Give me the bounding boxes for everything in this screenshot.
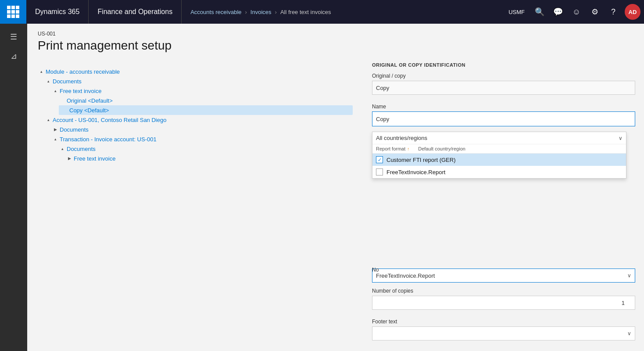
tree-label-fti2[interactable]: Free text invoice [74,155,115,162]
avatar[interactable]: AD [625,4,640,20]
report-format-value: FreeTextInvoice.Report [376,272,435,279]
dropdown-column-headers: Report format ↑ Default country/region [372,144,626,154]
no-label: No [372,267,635,273]
tree-label-docs3[interactable]: Documents [67,146,96,152]
dropdown-filter-row: ∨ [372,132,626,144]
grid-icon [7,6,19,18]
original-copy-field: Original / copy [372,73,635,100]
toggle-icon-fti: ▴ [52,87,59,94]
settings-button[interactable]: ⚙ [586,3,604,21]
tree-item-documents-2[interactable]: ▶ Documents [52,125,353,134]
tree-item-copy[interactable]: Copy <Default> [59,105,353,115]
help-button[interactable]: ? [605,3,622,21]
tree-label-docs1[interactable]: Documents [53,78,82,85]
checkbox-checked-icon: ✓ [376,156,383,163]
tree-item-documents-1[interactable]: ▴ Documents [45,76,353,86]
tree-label-fti[interactable]: Free text invoice [60,88,101,94]
topbar: Dynamics 365 Finance and Operations Acco… [0,0,644,24]
footer-text-input-row: ∨ [372,326,635,340]
name-label: Name [372,104,635,110]
module-label: Finance and Operations [89,0,182,24]
toggle-icon-docs2: ▶ [52,126,59,133]
filter-icon[interactable]: ⊿ [5,47,22,65]
dropdown-area: Sus ∨ Report format ↑ [372,132,635,146]
report-format-dropdown[interactable]: ∨ Report format ↑ Default country/region [372,132,626,179]
right-panel: ORIGINAL OR COPY IDENTIFICATION Original… [363,58,644,346]
report-format-col-label: Report format [376,146,405,151]
topbar-right: USMF 🔍 💬 ☺ ⚙ ? AD [503,3,644,21]
env-label: USMF [503,9,530,15]
tree-item-original[interactable]: Original <Default> [59,96,353,105]
name-input[interactable] [372,112,635,126]
tree-item-transaction[interactable]: ▴ Transaction - Invoice account: US-001 [52,134,353,144]
tree-label-transaction[interactable]: Transaction - Invoice account: US-001 [60,136,157,143]
tree-label-copy[interactable]: Copy <Default> [69,107,109,114]
sort-arrow-icon: ↑ [407,147,409,151]
tree-label-module[interactable]: Module - accounts receivable [46,68,120,75]
apps-button[interactable] [0,0,26,24]
breadcrumb-item-3: All free text invoices [280,9,331,15]
dropdown-filter-input[interactable] [376,135,619,141]
page-header: US-001 Print management setup [27,24,644,58]
checkbox-empty-icon [376,168,383,176]
report-format-header[interactable]: Report format ↑ [376,146,409,151]
toggle-icon-fti2: ▶ [66,155,73,162]
name-field: Name [372,104,635,126]
dropdown-list: ✓ Customer FTI report (GER) FreeTextInvo… [372,154,626,178]
dropdown-item-0[interactable]: ✓ Customer FTI report (GER) [372,154,626,166]
toggle-icon-account: ▴ [45,116,52,123]
name-input-container [372,111,635,126]
dropdown-item-1[interactable]: FreeTextInvoice.Report [372,166,626,178]
number-of-copies-label: Number of copies [372,288,635,294]
tree-item-account[interactable]: ▴ Account - US-001, Contoso Retail San D… [45,115,353,125]
content-area: ▴ Module - accounts receivable ▴ Documen… [27,58,644,346]
tree-label-account[interactable]: Account - US-001, Contoso Retail San Die… [53,117,166,123]
tree-label-docs2[interactable]: Documents [60,126,89,133]
tree-item-documents-3[interactable]: ▴ Documents [59,144,353,154]
main-content: US-001 Print management setup ▴ Module -… [27,24,644,351]
breadcrumb-sep-2: › [275,9,277,15]
hamburger-icon[interactable]: ☰ [5,28,22,46]
tree-item-fti[interactable]: ▴ Free text invoice [52,86,353,96]
dropdown-item-label-0: Customer FTI report (GER) [386,157,455,163]
tree-label-original[interactable]: Original <Default> [67,97,113,104]
section-title: ORIGINAL OR COPY IDENTIFICATION [372,62,635,68]
toggle-icon-module: ▴ [38,68,45,75]
toggle-icon-original [59,97,66,104]
search-button[interactable]: 🔍 [531,3,548,21]
left-sidebar: ☰ ⊿ [0,24,27,351]
footer-text-label: Footer text [372,319,635,325]
page-title: Print management setup [38,39,633,53]
d365-label[interactable]: Dynamics 365 [26,0,89,24]
breadcrumb-sep-1: › [245,9,247,15]
footer-chevron-icon: ∨ [624,330,635,337]
breadcrumb: Accounts receivable › Invoices › All fre… [182,9,503,15]
default-country-col-label: Default country/region [418,146,465,151]
report-format-chevron-icon: ∨ [627,272,631,279]
toggle-icon-transaction: ▴ [52,136,59,143]
toggle-icon-docs1: ▴ [45,78,52,85]
breadcrumb-item-1[interactable]: Accounts receivable [190,9,241,15]
number-of-copies-field: Number of copies [372,288,635,315]
tree-panel: ▴ Module - accounts receivable ▴ Documen… [27,58,363,346]
breadcrumb-item-2[interactable]: Invoices [250,9,272,15]
number-of-copies-input[interactable] [372,296,635,310]
chat-button[interactable]: 💬 [549,3,567,21]
tree-item-fti2[interactable]: ▶ Free text invoice [66,154,353,163]
toggle-icon-docs3: ▴ [59,145,66,152]
original-copy-label: Original / copy [372,73,635,79]
page-subtitle: US-001 [38,31,633,37]
tree-item-module[interactable]: ▴ Module - accounts receivable [38,67,353,76]
smiley-button[interactable]: ☺ [568,3,585,21]
dropdown-chevron-icon: ∨ [619,135,623,141]
toggle-icon-copy [61,107,68,114]
default-country-header[interactable]: Default country/region [418,146,465,151]
footer-text-field: Footer text ∨ [372,319,635,340]
original-copy-input[interactable] [372,81,635,95]
dropdown-item-label-1: FreeTextInvoice.Report [386,169,445,176]
footer-text-input[interactable] [372,330,624,337]
